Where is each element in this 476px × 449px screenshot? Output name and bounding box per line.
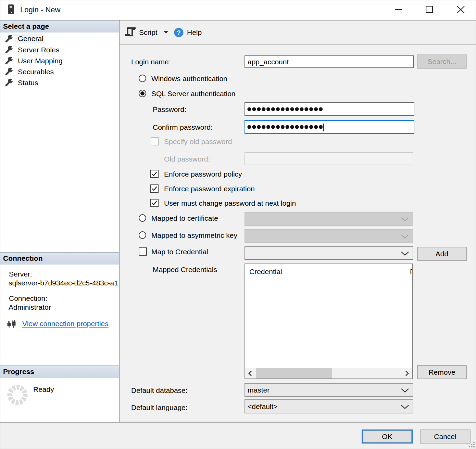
svg-text:?: ? — [177, 29, 181, 36]
